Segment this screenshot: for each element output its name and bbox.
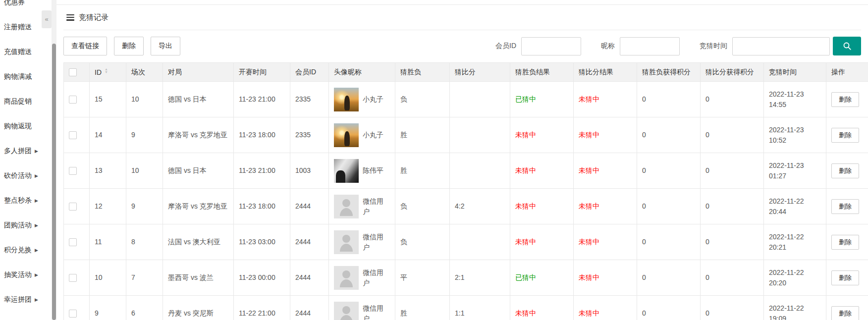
column-header: 场次	[126, 63, 163, 82]
page-header: 竞猜记录	[63, 5, 861, 30]
table-row: 1310德国 vs 日本11-23 21:001003陈伟平胜未猜中未猜中002…	[64, 153, 868, 189]
column-header: ID▲▼	[90, 63, 126, 82]
row-delete-button[interactable]: 删除	[831, 128, 859, 143]
sidebar-item-label: 砍价活动	[4, 171, 32, 180]
cell-start-time-text: 11-22 21:00	[239, 309, 275, 317]
row-delete-button[interactable]: 删除	[831, 306, 859, 320]
chevron-right-icon: ▶	[35, 149, 38, 154]
member-id-filter-input[interactable]	[521, 37, 581, 55]
cell-match-text: 法国 vs 澳大利亚	[168, 238, 220, 246]
cell-score-points: 0	[701, 189, 764, 224]
row-checkbox[interactable]	[69, 274, 77, 282]
row-checkbox[interactable]	[69, 238, 77, 246]
cell-avatar-nickname: 微信用户	[329, 189, 395, 224]
cell-outcome-result: 未猜中	[510, 153, 574, 189]
cell-score-points-text: 0	[705, 166, 709, 174]
cell-action: 删除	[826, 224, 868, 260]
cell-guess-score	[450, 153, 510, 189]
search-icon	[842, 41, 852, 51]
sidebar-item[interactable]: 整点秒杀▶	[0, 188, 52, 213]
cell-outcome-result: 未猜中	[510, 189, 574, 224]
row-delete-button[interactable]: 删除	[831, 163, 859, 178]
sidebar-item[interactable]: 购物满减	[0, 64, 52, 89]
sidebar-collapse-button[interactable]: «	[42, 10, 52, 28]
cell-session-text: 10	[131, 95, 139, 103]
row-delete-button[interactable]: 删除	[831, 199, 859, 214]
sidebar-item-label: 抽奖活动	[4, 270, 32, 279]
cell-id: 14	[90, 117, 126, 153]
cell-member-id: 2444	[290, 260, 329, 296]
export-button[interactable]: 导出	[151, 37, 180, 55]
cell-start-time-text: 11-23 03:00	[239, 238, 275, 246]
nickname-filter-input[interactable]	[620, 37, 680, 55]
cell-member-id-text: 2444	[295, 238, 311, 246]
cell-start-time: 11-23 03:00	[234, 224, 290, 260]
sidebar-item[interactable]: 幸运拼团▶	[0, 287, 52, 312]
cell-outcome-points-text: 0	[642, 238, 646, 246]
row-delete-button[interactable]: 删除	[831, 270, 859, 285]
sort-icon[interactable]: ▲▼	[105, 69, 108, 75]
column-header: 开赛时间	[234, 63, 290, 82]
cell-outcome-points: 0	[637, 82, 701, 117]
sidebar-item[interactable]: 团购活动▶	[0, 213, 52, 238]
nickname-filter: 昵称	[601, 37, 680, 55]
sidebar-item[interactable]: 商品促销	[0, 89, 52, 114]
cell-start-time: 11-23 21:00	[234, 153, 290, 189]
cell-member-id: 2444	[290, 224, 329, 260]
row-delete-button[interactable]: 删除	[831, 235, 859, 250]
cell-session: 7	[126, 260, 163, 296]
cell-outcome-result: 未猜中	[510, 296, 574, 320]
nickname: 微信用户	[363, 303, 390, 320]
column-header-label: 猜胜负	[400, 68, 421, 77]
nickname-filter-label: 昵称	[601, 42, 615, 51]
cell-guess-score: 4:2	[450, 189, 510, 224]
cell-score-result: 未猜中	[574, 82, 637, 117]
row-delete-button[interactable]: 删除	[831, 92, 859, 107]
cell-match-text: 丹麦 vs 突尼斯	[168, 309, 214, 317]
row-checkbox[interactable]	[69, 96, 77, 104]
table-row: 96丹麦 vs 突尼斯11-22 21:002444微信用户胜1:1未猜中未猜中…	[64, 296, 868, 320]
sidebar-item[interactable]: 砍价活动▶	[0, 163, 52, 188]
table-header-row: ID▲▼场次对局开赛时间会员ID头像昵称猜胜负猜比分猜胜负结果猜比分结果猜胜负获…	[64, 63, 868, 82]
column-header-label: 猜胜负获得积分	[642, 68, 691, 77]
cell-outcome-points-text: 0	[642, 273, 646, 281]
sidebar-item[interactable]: 积分兑换▶	[0, 238, 52, 263]
row-checkbox[interactable]	[69, 310, 77, 318]
cell-match: 摩洛哥 vs 克罗地亚	[163, 117, 234, 153]
chevron-right-icon: ▶	[35, 272, 38, 277]
select-all-checkbox[interactable]	[69, 68, 77, 76]
cell-outcome-result: 已猜中	[510, 260, 574, 296]
row-checkbox[interactable]	[69, 203, 77, 211]
row-checkbox[interactable]	[69, 167, 77, 175]
chevron-right-icon: ▶	[35, 248, 38, 253]
cell-outcome-points-text: 0	[642, 309, 646, 317]
sidebar-item[interactable]: 多人拼团▶	[0, 139, 52, 163]
cell-score-points-text: 0	[705, 309, 709, 317]
cell-guess-outcome: 负	[395, 189, 450, 224]
sidebar-item[interactable]: 购物返现	[0, 114, 52, 139]
column-header: 猜比分结果	[574, 63, 637, 82]
member-id-filter: 会员ID	[495, 37, 581, 55]
sidebar-item[interactable]: 抽奖活动▶	[0, 263, 52, 287]
cell-avatar-nickname: 微信用户	[329, 260, 395, 296]
view-link-button[interactable]: 查看链接	[63, 37, 107, 55]
column-header-label: 猜比分结果	[579, 68, 613, 77]
cell-id-text: 12	[95, 202, 103, 210]
guess-time-filter: 竞猜时间	[700, 37, 830, 55]
guess-time-filter-input[interactable]	[732, 37, 830, 55]
delete-button[interactable]: 删除	[114, 37, 144, 55]
cell-start-time-text: 11-23 18:00	[239, 131, 275, 139]
row-checkbox[interactable]	[69, 131, 77, 139]
cell-guess-outcome-text: 负	[400, 95, 407, 103]
sidebar-scrollbar-thumb[interactable]	[52, 44, 56, 320]
sidebar-item[interactable]: 充值赠送	[0, 40, 52, 64]
cell-outcome-points-text: 0	[642, 95, 646, 103]
avatar	[334, 88, 359, 111]
cell-session-text: 8	[131, 238, 135, 246]
search-button[interactable]	[833, 37, 861, 55]
table-row: 149摩洛哥 vs 克罗地亚11-23 18:002335小丸子胜未猜中未猜中0…	[64, 117, 868, 153]
nickname: 微信用户	[363, 267, 390, 288]
cell-score-points-text: 0	[705, 238, 709, 246]
nickname: 小丸子	[363, 130, 383, 140]
cell-match: 丹麦 vs 突尼斯	[163, 296, 234, 320]
